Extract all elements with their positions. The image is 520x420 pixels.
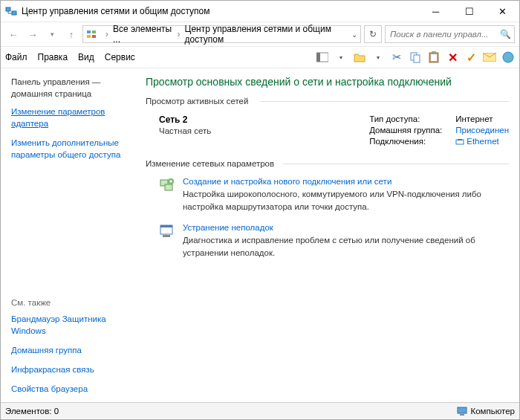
sidebar-home-link[interactable]: Панель управления — домашняя страница [11, 76, 131, 100]
address-bar[interactable]: › Все элементы ... › Центр управления се… [82, 25, 361, 43]
svg-rect-26 [460, 414, 464, 416]
task-troubleshoot-title: Устранение неполадок [183, 223, 509, 232]
svg-rect-24 [163, 235, 170, 237]
app-icon [5, 5, 17, 17]
label-connections: Подключения: [369, 137, 442, 146]
svg-rect-7 [92, 35, 96, 38]
active-network-block: Сеть 2 Частная сеть Тип доступа: Интерне… [159, 114, 509, 146]
status-elements: Элементов: 0 [5, 407, 59, 416]
value-connections[interactable]: Ethernet [455, 137, 509, 146]
svg-rect-5 [92, 30, 96, 33]
menu-file[interactable]: Файл [5, 52, 27, 62]
task-new-connection-desc: Настройка широкополосного, коммутируемог… [183, 188, 509, 213]
titlebar: Центр управления сетями и общим доступом… [1, 1, 519, 22]
svg-rect-14 [432, 51, 436, 54]
copy-icon[interactable] [409, 51, 422, 64]
page-title: Просмотр основных сведений о сети и наст… [146, 76, 509, 88]
sidebar-adapter-settings[interactable]: Изменение параметров адаптера [11, 106, 131, 129]
breadcrumb-current[interactable]: Центр управления сетями и общим доступом [185, 24, 348, 45]
refresh-button[interactable]: ↻ [364, 25, 382, 43]
svg-rect-13 [431, 54, 437, 61]
task-new-connection-title: Создание и настройка нового подключения … [183, 177, 509, 186]
mail-icon[interactable] [483, 51, 496, 64]
sidebar-sharing-settings[interactable]: Изменить дополнительные параметры общего… [11, 137, 131, 161]
paste-icon[interactable] [427, 51, 441, 64]
value-homegroup[interactable]: Присоединен [455, 126, 509, 135]
search-input[interactable] [389, 29, 500, 39]
sidebar-homegroup[interactable]: Домашняя группа [11, 344, 131, 356]
window: Центр управления сетями и общим доступом… [0, 0, 520, 420]
search-box[interactable]: 🔍 [385, 25, 515, 43]
sidebar-see-also: См. также Брандмауэр Защитника Windows Д… [11, 298, 131, 396]
menu-service[interactable]: Сервис [105, 52, 135, 62]
address-dropdown-icon[interactable]: ⌄ [351, 30, 357, 39]
dropdown-icon[interactable]: ▾ [334, 51, 348, 64]
close-button[interactable]: ✕ [486, 1, 519, 22]
dropdown-icon[interactable]: ▾ [371, 51, 385, 64]
forward-button[interactable]: → [25, 26, 41, 42]
search-icon: 🔍 [500, 29, 511, 39]
menubar: Файл Правка Вид Сервис ▾ ▾ ✂ ✕ ✓ [1, 46, 519, 68]
task-troubleshoot[interactable]: Устранение неполадок Диагностика и испра… [159, 223, 509, 259]
sidebar-home-line1: Панель управления — [11, 77, 100, 86]
svg-rect-9 [316, 53, 320, 62]
status-computer: Компьютер [470, 407, 515, 416]
network-info: Тип доступа: Интернет Домашняя группа: П… [369, 114, 509, 146]
cut-icon[interactable]: ✂ [390, 51, 403, 64]
svg-rect-20 [165, 184, 172, 190]
menu-edit[interactable]: Правка [38, 52, 68, 62]
task-new-connection[interactable]: Создание и настройка нового подключения … [159, 177, 509, 213]
sidebar: Панель управления — домашняя страница Из… [1, 68, 138, 402]
check-icon[interactable]: ✓ [464, 51, 478, 64]
svg-rect-6 [87, 35, 91, 38]
group-change-settings: Изменение сетевых параметров [146, 159, 509, 168]
breadcrumb-root[interactable]: Все элементы ... [113, 24, 173, 45]
window-title: Центр управления сетями и общим доступом [22, 6, 419, 16]
globe-icon[interactable] [501, 51, 515, 64]
group-active-networks: Просмотр активных сетей [146, 97, 509, 106]
value-access-type: Интернет [455, 114, 509, 123]
sidebar-firewall[interactable]: Брандмауэр Защитника Windows [11, 313, 131, 337]
window-buttons: ─ ☐ ✕ [419, 1, 519, 22]
statusbar: Элементов: 0 Компьютер [1, 402, 519, 419]
label-access-type: Тип доступа: [369, 114, 442, 123]
control-panel-icon [86, 28, 97, 40]
svg-rect-23 [160, 225, 172, 227]
body: Панель управления — домашняя страница Из… [1, 68, 519, 402]
toolbar-icons: ▾ ▾ ✂ ✕ ✓ [316, 51, 515, 64]
panel-icon[interactable] [316, 51, 329, 64]
maximize-button[interactable]: ☐ [452, 1, 486, 22]
task-troubleshoot-desc: Диагностика и исправление проблем с сеть… [183, 234, 509, 259]
svg-rect-18 [458, 139, 462, 140]
minimize-button[interactable]: ─ [419, 1, 452, 22]
sidebar-infrared[interactable]: Инфракрасная связь [11, 364, 131, 375]
breadcrumb-sep: › [176, 29, 182, 39]
task-body: Создание и настройка нового подключения … [183, 177, 509, 213]
up-button[interactable]: ↑ [63, 26, 79, 42]
history-dropdown[interactable]: ▾ [44, 26, 60, 42]
computer-icon [457, 407, 467, 416]
delete-icon[interactable]: ✕ [446, 51, 459, 64]
connection-name: Ethernet [467, 137, 498, 146]
network-name: Сеть 2 [159, 114, 211, 125]
svg-rect-4 [87, 30, 91, 33]
troubleshoot-icon [159, 223, 175, 239]
back-button[interactable]: ← [5, 26, 22, 42]
svg-rect-0 [6, 7, 10, 11]
task-body: Устранение неполадок Диагностика и испра… [183, 223, 509, 259]
svg-rect-1 [12, 11, 16, 15]
breadcrumb-sep: › [104, 29, 110, 39]
navbar: ← → ▾ ↑ › Все элементы ... › Центр управ… [1, 22, 519, 46]
ethernet-icon [455, 138, 464, 146]
see-also-label: См. также [11, 298, 131, 307]
svg-rect-11 [414, 55, 420, 62]
label-homegroup: Домашняя группа: [369, 126, 442, 135]
status-right: Компьютер [457, 407, 515, 416]
svg-rect-25 [458, 407, 467, 413]
network-type: Частная сеть [159, 126, 211, 135]
new-connection-icon [159, 177, 175, 193]
sidebar-browser[interactable]: Свойства браузера [11, 383, 131, 395]
sidebar-home-line2: домашняя страница [11, 89, 91, 98]
menu-view[interactable]: Вид [78, 52, 94, 62]
folder-icon[interactable] [353, 51, 366, 64]
